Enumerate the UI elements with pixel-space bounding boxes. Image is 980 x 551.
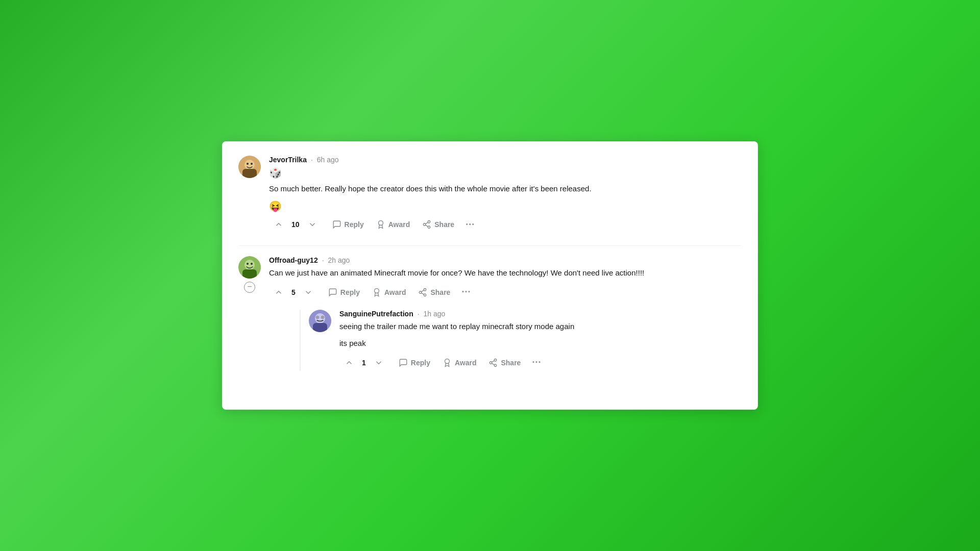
- svg-point-13: [247, 263, 249, 265]
- comment-1-text-emoji: 😝: [269, 200, 742, 212]
- downvote-button-2[interactable]: [299, 285, 318, 300]
- svg-point-18: [420, 291, 422, 293]
- reply-icon-2: [328, 288, 337, 297]
- share-icon-reply-1: [488, 358, 498, 367]
- timestamp-comment-1: 6h ago: [317, 156, 339, 164]
- avatar-jevortrilka: [238, 156, 261, 178]
- svg-rect-15: [242, 269, 257, 279]
- upvote-icon-1: [274, 220, 283, 229]
- vote-group-2: 5: [269, 285, 318, 300]
- svg-point-7: [424, 223, 426, 226]
- comment-2: − Offroad-guy12 · 2h ago Can we just hav…: [238, 256, 742, 384]
- svg-line-33: [492, 363, 495, 365]
- award-button-2[interactable]: Award: [367, 285, 411, 300]
- svg-line-10: [426, 222, 428, 224]
- share-button-2[interactable]: Share: [413, 285, 455, 300]
- downvote-button-1[interactable]: [303, 217, 322, 232]
- username-sanguine: SanguinePutrefaction: [339, 310, 413, 318]
- comments-card: JevorTrilka · 6h ago 🎲 So much better. R…: [222, 141, 758, 410]
- vote-count-1: 10: [290, 220, 301, 229]
- username-offroad: Offroad-guy12: [269, 256, 318, 264]
- svg-line-34: [492, 360, 495, 362]
- svg-point-32: [495, 364, 497, 367]
- upvote-button-2[interactable]: [269, 285, 288, 300]
- reply-button-reply-1[interactable]: Reply: [394, 355, 435, 370]
- comment-1-actions: 10 Reply Award Share ···: [269, 216, 742, 233]
- award-button-1[interactable]: Award: [371, 217, 415, 232]
- svg-point-29: [445, 359, 449, 363]
- vote-group-reply-1: 1: [339, 355, 388, 370]
- share-icon-1: [422, 220, 431, 229]
- timestamp-comment-2: 2h ago: [328, 256, 350, 264]
- downvote-icon-reply-1: [374, 358, 383, 367]
- vote-count-reply-1: 1: [361, 359, 367, 367]
- avatar-offroad: [238, 256, 261, 279]
- svg-point-16: [374, 288, 379, 293]
- svg-rect-4: [242, 169, 257, 178]
- svg-point-2: [247, 163, 249, 165]
- upvote-icon-reply-1: [345, 358, 354, 367]
- reply-1-body: SanguinePutrefaction · 1h ago seeing the…: [339, 310, 742, 371]
- upvote-button-1[interactable]: [269, 217, 288, 232]
- reply-icon-reply-1: [399, 358, 408, 367]
- share-icon-2: [418, 288, 427, 297]
- more-button-2[interactable]: ···: [457, 284, 475, 300]
- reply-button-1[interactable]: Reply: [327, 217, 369, 232]
- collapse-button-2[interactable]: −: [244, 282, 255, 293]
- reply-1: SanguinePutrefaction · 1h ago seeing the…: [300, 310, 742, 371]
- award-icon-2: [372, 288, 381, 297]
- avatar-sanguine: [309, 310, 331, 332]
- reply-1-header: SanguinePutrefaction · 1h ago: [339, 310, 742, 318]
- more-button-1[interactable]: ···: [461, 216, 479, 233]
- share-button-1[interactable]: Share: [417, 217, 459, 232]
- award-icon-reply-1: [443, 358, 452, 367]
- svg-line-9: [426, 225, 428, 227]
- comment-1: JevorTrilka · 6h ago 🎲 So much better. R…: [238, 156, 742, 233]
- upvote-button-reply-1[interactable]: [339, 355, 359, 370]
- comment-1-body: JevorTrilka · 6h ago 🎲 So much better. R…: [269, 156, 742, 233]
- award-button-reply-1[interactable]: Award: [437, 355, 482, 370]
- reply-1-actions: 1 Reply Award: [339, 354, 742, 371]
- comment-1-header: JevorTrilka · 6h ago: [269, 156, 742, 164]
- comment-2-header: Offroad-guy12 · 2h ago: [269, 256, 742, 264]
- svg-line-21: [422, 290, 424, 291]
- downvote-button-reply-1[interactable]: [369, 355, 388, 370]
- share-button-reply-1[interactable]: Share: [483, 355, 526, 370]
- downvote-icon-1: [308, 220, 317, 229]
- timestamp-reply-1: 1h ago: [424, 310, 446, 318]
- username-jevortrilka: JevorTrilka: [269, 156, 307, 164]
- svg-point-17: [424, 288, 427, 291]
- comment-1-sub-emoji: 🎲: [269, 167, 742, 179]
- svg-point-3: [251, 163, 253, 165]
- comment-2-actions: 5 Reply Award Share ···: [269, 284, 742, 300]
- svg-point-8: [428, 226, 431, 229]
- svg-point-6: [428, 221, 431, 223]
- reply-1-text-line1: seeing the trailer made me want to repla…: [339, 321, 742, 333]
- upvote-icon-2: [274, 288, 283, 297]
- award-icon-1: [376, 220, 385, 229]
- svg-point-27: [322, 317, 323, 318]
- reply-icon-1: [332, 220, 341, 229]
- svg-point-31: [490, 361, 493, 364]
- comment-2-body: Offroad-guy12 · 2h ago Can we just have …: [269, 256, 742, 384]
- svg-point-19: [424, 294, 427, 296]
- svg-point-14: [251, 263, 253, 265]
- svg-rect-28: [313, 323, 327, 332]
- svg-point-30: [495, 359, 497, 361]
- downvote-icon-2: [304, 288, 313, 297]
- vote-count-2: 5: [290, 288, 297, 296]
- comment-1-text: So much better. Really hope the creator …: [269, 183, 742, 195]
- divider-1: [238, 245, 742, 246]
- svg-point-5: [378, 221, 383, 226]
- svg-point-26: [317, 317, 318, 318]
- more-button-reply-1[interactable]: ···: [528, 354, 545, 371]
- svg-line-20: [422, 293, 424, 294]
- reply-1-text-line2: its peak: [339, 338, 742, 349]
- svg-point-1: [244, 160, 255, 170]
- vote-group-1: 10: [269, 217, 322, 232]
- comment-2-text: Can we just have an animated Minecraft m…: [269, 267, 742, 279]
- reply-button-2[interactable]: Reply: [323, 285, 365, 300]
